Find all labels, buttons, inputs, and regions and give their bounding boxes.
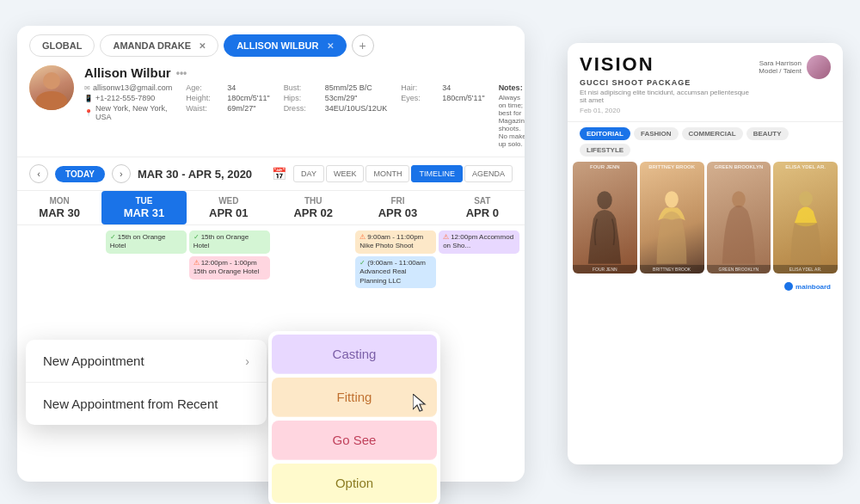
- menu-item-new-appointment[interactable]: New Appointment ›: [26, 340, 267, 383]
- event-fri-2[interactable]: ✓(9:00am - 11:00am Advanced Real Plannin…: [355, 256, 436, 288]
- type-go-see[interactable]: Go See: [272, 421, 437, 460]
- tag-lifestyle[interactable]: LIFESTYLE: [580, 144, 630, 157]
- profile-name: Allison Wilbur: [84, 65, 171, 80]
- photo-3-info: GREEN BROOKLYN: [707, 265, 771, 274]
- photo-2-label: BRITTNEY BROOK: [640, 164, 704, 169]
- type-casting[interactable]: Casting: [272, 335, 437, 374]
- tab-global[interactable]: GLOBAL: [29, 34, 95, 57]
- photo-4-info: ELISA YDEL AR.: [773, 265, 838, 274]
- menu-arrow-icon: ›: [245, 354, 249, 368]
- view-week[interactable]: WEEK: [326, 165, 365, 182]
- col-thu: [273, 230, 353, 288]
- context-menu-type: Casting Fitting Go See Option: [268, 331, 440, 504]
- vision-photo-4[interactable]: ELISA YDEL AR. ELISA YDEL AR.: [773, 162, 838, 274]
- tab-amanda[interactable]: AMANDA DRAKE ✕: [100, 34, 218, 57]
- date-range: MAR 30 - APR 5, 2020: [138, 168, 265, 181]
- profile-section: Allison Wilbur ••• ✉ allisonw13@gmail.co…: [17, 57, 525, 157]
- tab-bar: GLOBAL AMANDA DRAKE ✕ ALLISON WILBUR ✕ +: [17, 26, 525, 57]
- brand-dot-icon: [784, 282, 793, 291]
- calendar-nav: ‹ TODAY › MAR 30 - APR 5, 2020 📅 DAY WEE…: [17, 157, 525, 191]
- vision-package: GUCCI SHOOT PACKAGE: [580, 78, 831, 87]
- vision-bottom: mainboard: [568, 274, 843, 299]
- photo-2-info: BRITTNEY BROOK: [640, 265, 704, 274]
- vision-photo-1[interactable]: FOUR JENN FOUR JENN: [573, 162, 637, 274]
- calendar-body: ✓15th on Orange Hotel ✓15th on Orange Ho…: [17, 225, 525, 293]
- view-timeline[interactable]: TIMELINE: [411, 165, 463, 182]
- calendar-icon[interactable]: 📅: [272, 167, 286, 181]
- photo-1-label: FOUR JENN: [573, 164, 637, 169]
- photo-4-label: ELISA YDEL AR.: [773, 164, 838, 169]
- col-fri: ⚠9:00am - 11:00pmNike Photo Shoot ✓(9:00…: [355, 230, 436, 288]
- vision-header: VISION GUCCI SHOOT PACKAGE Et nisi adipi…: [568, 43, 843, 122]
- photo-1-info: FOUR JENN: [573, 265, 637, 274]
- phone-icon: 📱: [84, 95, 93, 102]
- add-tab-button[interactable]: +: [352, 34, 374, 57]
- col-sat: ⚠12:00pm Accommod on Sho...: [439, 230, 519, 288]
- type-option[interactable]: Option: [272, 464, 437, 503]
- email-icon: ✉: [84, 84, 90, 92]
- view-day[interactable]: DAY: [293, 165, 324, 182]
- day-header-sat: SAT APR 0: [440, 191, 525, 224]
- photo-3-label: GREEN BROOKLYN: [707, 164, 771, 169]
- view-buttons: DAY WEEK MONTH TIMELINE AGENDA: [293, 165, 513, 182]
- alert-icon: ⚠: [194, 259, 200, 267]
- vision-photo-2[interactable]: BRITTNEY BROOK BRITTNEY BROOK: [640, 162, 704, 274]
- event-wed-1[interactable]: ✓15th on Orange Hotel: [189, 230, 270, 254]
- type-fitting[interactable]: Fitting: [272, 378, 437, 417]
- tab-allison[interactable]: ALLISON WILBUR ✕: [224, 34, 346, 57]
- view-agenda[interactable]: AGENDA: [464, 165, 513, 182]
- col-wed: ✓15th on Orange Hotel ⚠12:00pm - 1:00pm1…: [189, 230, 270, 288]
- location-icon: 📍: [84, 109, 93, 117]
- svg-point-3: [799, 191, 813, 206]
- event-fri-1[interactable]: ⚠9:00am - 11:00pmNike Photo Shoot: [355, 230, 436, 254]
- alert-icon: ⚠: [359, 233, 366, 241]
- day-header-fri: FRI APR 03: [355, 191, 439, 224]
- day-header-mon: MON MAR 30: [17, 191, 101, 224]
- next-arrow[interactable]: ›: [112, 164, 131, 183]
- avatar: [29, 65, 74, 110]
- context-menu-appointment: New Appointment › New Appointment from R…: [26, 340, 267, 425]
- tag-commercial[interactable]: COMMERCIAL: [682, 127, 743, 140]
- check-icon: ✓: [359, 259, 366, 267]
- alert-icon: ⚠: [443, 233, 449, 241]
- day-header-thu: THU APR 02: [271, 191, 355, 224]
- vision-photo-grid: FOUR JENN FOUR JENN BRITTNEY BROOK BRITT…: [568, 162, 843, 274]
- event-sat-1[interactable]: ⚠12:00pm Accommod on Sho...: [439, 230, 519, 254]
- prev-arrow[interactable]: ‹: [29, 164, 48, 183]
- svg-point-0: [598, 191, 612, 209]
- svg-point-2: [732, 191, 746, 207]
- view-month[interactable]: MONTH: [366, 165, 409, 182]
- vision-brand: mainboard: [784, 282, 831, 291]
- col-mon: [22, 230, 103, 288]
- vision-photo-3[interactable]: GREEN BROOKLYN GREEN BROOKLYN: [707, 162, 771, 274]
- profile-more-icon[interactable]: •••: [176, 67, 187, 79]
- close-amanda-icon[interactable]: ✕: [199, 41, 206, 51]
- profile-info: Allison Wilbur ••• ✉ allisonw13@gmail.co…: [84, 65, 525, 148]
- tag-beauty[interactable]: BEAUTY: [746, 127, 789, 140]
- col-tue: ✓15th on Orange Hotel: [106, 230, 187, 288]
- day-header-tue: TUE MAR 31: [101, 191, 186, 224]
- today-button[interactable]: TODAY: [55, 166, 105, 182]
- vision-tags: EDITORIAL FASHION COMMERCIAL BEAUTY LIFE…: [568, 122, 843, 162]
- calendar-grid: MON MAR 30 TUE MAR 31 WED APR 01 THU APR…: [17, 191, 525, 293]
- check-icon: ✓: [110, 233, 116, 241]
- vision-user: Sara Harrison Model / Talent: [759, 55, 831, 79]
- vision-date: Feb 01, 2020: [580, 107, 831, 114]
- menu-item-from-recent[interactable]: New Appointment from Recent: [26, 383, 267, 425]
- calendar-header: MON MAR 30 TUE MAR 31 WED APR 01 THU APR…: [17, 191, 525, 225]
- tag-fashion[interactable]: FASHION: [634, 127, 679, 140]
- event-tue-1[interactable]: ✓15th on Orange Hotel: [106, 230, 187, 254]
- event-wed-2[interactable]: ⚠12:00pm - 1:00pm15th on Orange Hotel: [189, 256, 270, 280]
- close-allison-icon[interactable]: ✕: [327, 41, 334, 51]
- vision-board-card: VISION GUCCI SHOOT PACKAGE Et nisi adipi…: [568, 43, 843, 464]
- vision-description: Et nisi adipiscing elite tincidunt, accu…: [580, 89, 752, 104]
- vision-avatar: [807, 55, 831, 79]
- svg-point-1: [665, 191, 679, 207]
- check-icon: ✓: [194, 233, 200, 241]
- tag-editorial[interactable]: EDITORIAL: [580, 127, 630, 140]
- day-header-wed: WED APR 01: [187, 191, 271, 224]
